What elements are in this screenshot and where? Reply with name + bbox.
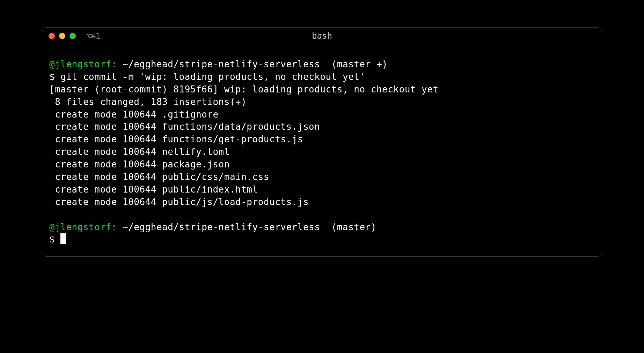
output-line: 8 files changed, 183 insertions(+): [49, 96, 595, 108]
minimize-icon[interactable]: [59, 33, 65, 39]
window-title: bash: [312, 31, 332, 41]
tab-indicator: ⌥⌘1: [86, 32, 100, 40]
output-line: create mode 100644 functions/get-product…: [49, 133, 595, 146]
output-line: create mode 100644 functions/data/produc…: [49, 121, 595, 133]
output-line: create mode 100644 netlify.toml: [49, 146, 595, 158]
terminal-window: ⌥⌘1 bash @jlengstorf: ~/egghead/stripe-n…: [42, 27, 602, 257]
prompt-branch: (master): [331, 222, 376, 232]
blank-line: [49, 209, 595, 221]
terminal-body[interactable]: @jlengstorf: ~/egghead/stripe-netlify-se…: [42, 44, 602, 256]
output-line: create mode 100644 public/js/load-produc…: [49, 196, 595, 209]
titlebar: ⌥⌘1 bash: [42, 28, 602, 44]
traffic-lights: [49, 33, 76, 39]
close-icon[interactable]: [49, 33, 55, 39]
prompt-user: @jlengstorf:: [49, 222, 117, 232]
prompt-dollar: $: [49, 234, 55, 245]
output-line: create mode 100644 public/index.html: [49, 183, 595, 196]
output-line: [master (root-commit) 8195f66] wip: load…: [49, 83, 595, 96]
prompt-path: ~/egghead/stripe-netlify-serverless: [123, 222, 320, 232]
prompt-path: ~/egghead/stripe-netlify-serverless: [123, 59, 320, 69]
prompt-line-1: @jlengstorf: ~/egghead/stripe-netlify-se…: [49, 58, 595, 71]
prompt-line-2: @jlengstorf: ~/egghead/stripe-netlify-se…: [49, 221, 595, 234]
prompt-branch: (master +): [331, 59, 388, 69]
cursor-icon: [60, 233, 66, 244]
prompt-dollar: $: [49, 72, 55, 82]
command-line-1: $ git commit -m 'wip: loading products, …: [49, 71, 595, 83]
maximize-icon[interactable]: [69, 33, 76, 39]
prompt-user: @jlengstorf:: [49, 59, 117, 69]
git-command: git commit -m 'wip: loading products, no…: [60, 72, 365, 82]
output-line: create mode 100644 package.json: [49, 158, 595, 171]
output-line: create mode 100644 .gitignore: [49, 108, 595, 121]
output-line: create mode 100644 public/css/main.css: [49, 171, 595, 183]
command-line-2: $: [49, 233, 595, 246]
